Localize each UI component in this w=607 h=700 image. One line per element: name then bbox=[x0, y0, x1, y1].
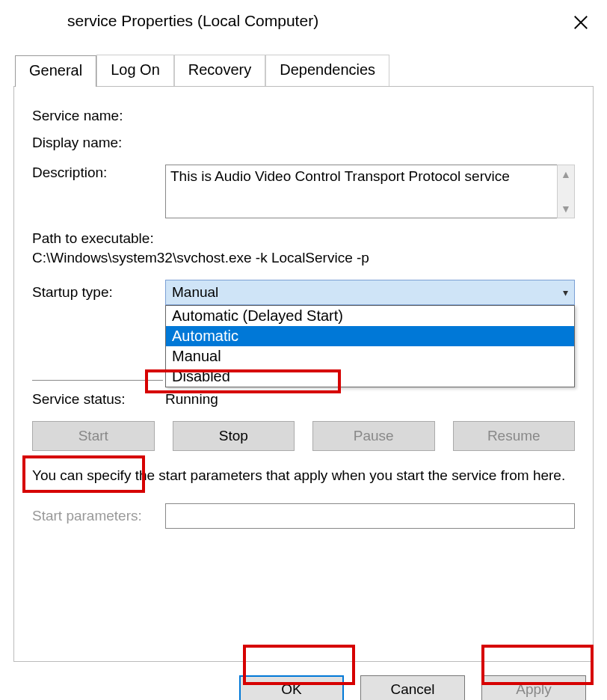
service-status-label: Service status: bbox=[32, 391, 165, 408]
service-control-buttons: Start Stop Pause Resume bbox=[32, 421, 575, 451]
scroll-up-icon: ▲ bbox=[561, 168, 571, 180]
general-panel: Service name: Display name: Description:… bbox=[13, 86, 594, 662]
window-title: service Properties (Local Computer) bbox=[67, 12, 318, 30]
service-properties-dialog: service Properties (Local Computer) Gene… bbox=[0, 0, 607, 700]
tabs-bar: General Log On Recovery Dependencies bbox=[15, 55, 607, 86]
apply-button[interactable]: Apply bbox=[481, 675, 586, 700]
help-text: You can specify the start parameters tha… bbox=[32, 466, 575, 485]
resume-button[interactable]: Resume bbox=[453, 421, 576, 451]
start-parameters-label: Start parameters: bbox=[32, 508, 165, 524]
start-parameters-input[interactable] bbox=[165, 503, 575, 529]
description-label: Description: bbox=[32, 165, 165, 181]
option-disabled[interactable]: Disabled bbox=[166, 366, 574, 387]
close-icon bbox=[573, 14, 589, 31]
startup-type-label: Startup type: bbox=[32, 284, 165, 301]
close-button[interactable] bbox=[566, 9, 596, 35]
option-automatic[interactable]: Automatic bbox=[166, 326, 574, 346]
path-label: Path to executable: bbox=[32, 230, 575, 247]
display-name-label: Display name: bbox=[32, 135, 165, 151]
service-name-label: Service name: bbox=[32, 108, 165, 124]
titlebar: service Properties (Local Computer) bbox=[0, 0, 607, 41]
dialog-buttons: OK Cancel Apply bbox=[0, 675, 607, 700]
path-value: C:\Windows\system32\svchost.exe -k Local… bbox=[32, 250, 575, 266]
service-status-value: Running bbox=[165, 391, 218, 408]
description-scrollbar[interactable]: ▲ ▼ bbox=[557, 165, 575, 218]
tab-general[interactable]: General bbox=[15, 55, 96, 87]
option-manual[interactable]: Manual bbox=[166, 346, 574, 366]
description-text: This is Audio Video Control Transport Pr… bbox=[165, 165, 557, 218]
chevron-down-icon: ▾ bbox=[563, 286, 568, 298]
option-automatic-delayed[interactable]: Automatic (Delayed Start) bbox=[166, 306, 574, 326]
startup-type-select[interactable]: Manual ▾ bbox=[165, 280, 575, 305]
startup-type-dropdown: Automatic (Delayed Start) Automatic Manu… bbox=[165, 305, 575, 387]
tab-recovery[interactable]: Recovery bbox=[174, 55, 265, 86]
tab-log-on[interactable]: Log On bbox=[96, 55, 174, 86]
cancel-button[interactable]: Cancel bbox=[360, 675, 465, 700]
divider bbox=[32, 380, 163, 381]
ok-button[interactable]: OK bbox=[239, 675, 344, 700]
stop-button[interactable]: Stop bbox=[173, 421, 295, 451]
scroll-down-icon: ▼ bbox=[561, 203, 571, 215]
tab-dependencies[interactable]: Dependencies bbox=[265, 55, 389, 86]
start-button[interactable]: Start bbox=[32, 421, 155, 451]
startup-type-value: Manual bbox=[172, 284, 218, 301]
pause-button[interactable]: Pause bbox=[312, 421, 435, 451]
